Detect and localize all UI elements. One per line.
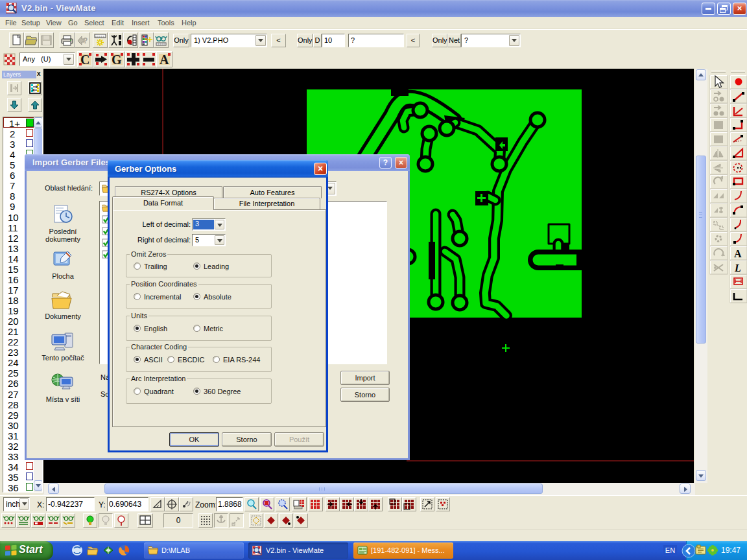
svg-text:?: ? xyxy=(83,36,88,45)
svg-text:A: A xyxy=(160,52,169,67)
svg-text:L: L xyxy=(734,262,741,274)
svg-text:C: C xyxy=(80,52,89,67)
svg-text:A: A xyxy=(734,248,742,259)
